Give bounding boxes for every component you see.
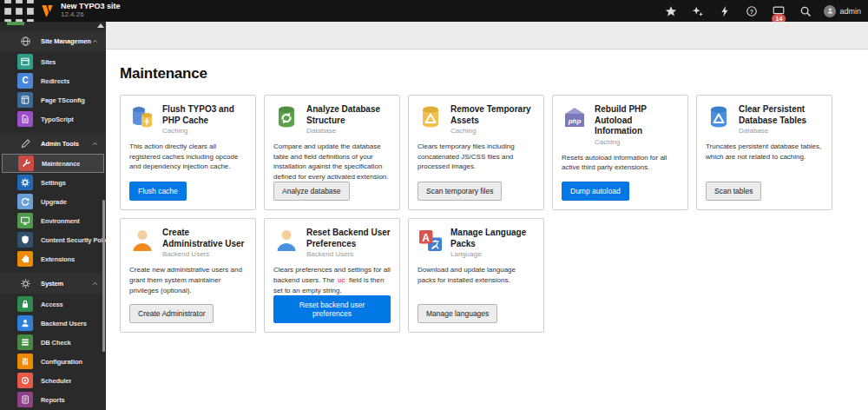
card-description: Resets autoload information for all acti… [562,153,679,173]
sidebar-item-scheduler[interactable]: Scheduler [0,371,106,390]
dump-autoload-button[interactable]: Dump autoload [562,182,629,201]
user-icon [17,315,33,331]
topbar: New TYPO3 site 12.4.26 ? 14 [0,0,868,22]
translation-icon: A [418,228,444,254]
help-icon[interactable]: ? [742,0,761,22]
card-manage-language-packs: A Manage Language Packs Language Downloa… [408,218,544,333]
section-label: Site Management [41,37,91,45]
sidebar-item-configuration[interactable]: Configuration [0,352,106,371]
card-title: Rebuild PHP Autoload Information [595,104,679,137]
maintenance-cards: Flush TYPO3 and PHP Cache Caching This a… [120,95,849,333]
search-icon[interactable] [796,0,815,22]
card-flush-cache: Flush TYPO3 and PHP Cache Caching This a… [120,95,256,210]
module-menu-toggle-icon[interactable] [0,0,38,22]
reset-backend-user-preferences-button[interactable]: Reset backend user preferences [273,295,391,323]
sidebar-item-db-check[interactable]: DB Check [0,333,106,352]
gear-icon [17,175,33,190]
card-category: Caching [162,127,247,135]
database-refresh-icon [273,104,299,130]
redirects-icon: C [17,73,33,89]
create-administrator-button[interactable]: Create Administrator [129,304,214,323]
item-label: Scheduler [41,377,71,385]
sidebar-item-extensions[interactable]: Extensions [0,249,106,268]
target-icon [17,373,33,388]
item-label: Environment [41,217,80,225]
item-label: Redirects [41,77,69,85]
wrench-icon [18,155,34,171]
card-rebuild-php-autoload: php Rebuild PHP Autoload Information Cac… [552,95,688,210]
backend-user-icon [273,228,299,254]
typoscript-icon [17,111,33,127]
sidebar-item-access[interactable]: Access [0,294,106,314]
sidebar-item-environment[interactable]: Environment [0,211,106,230]
card-clear-persistent-tables: Clear Persistent Database Tables Databas… [696,95,832,210]
module-menu: Site Management Sites C Redirects Page [0,22,106,410]
bookmark-icon[interactable] [661,0,681,22]
card-category: Database [739,127,823,135]
card-title: Clear Persistent Database Tables [739,104,823,126]
sidebar-item-upgrade[interactable]: Upgrade [0,192,106,211]
card-category: Database [306,127,391,135]
sidebar-item-typoscript[interactable]: TypoScript [0,109,106,129]
section-system[interactable]: System [0,273,106,294]
svg-text:A: A [422,232,430,244]
card-description: Truncates persistent database tables, wh… [706,142,823,162]
section-site-management[interactable]: Site Management [0,30,106,51]
flush-cache-button[interactable]: Flush cache [129,182,187,201]
clear-cache-icon[interactable] [715,0,734,22]
item-label: DB Check [41,339,71,347]
sidebar-item-reports[interactable]: Reports [0,390,106,409]
refresh-icon [17,194,33,209]
item-label: Configuration [41,358,82,366]
sidebar-item-maintenance[interactable]: Maintenance [2,154,104,173]
sites-icon [17,54,33,69]
svg-text:php: php [568,117,582,125]
card-category: Backend Users [306,250,391,258]
gear-icon [17,275,33,291]
recycle-bin-blue-icon [706,104,732,130]
typo3-version: 12.4.26 [61,11,121,19]
admin-user-icon [129,228,155,254]
recycle-bin-amber-icon [418,104,444,130]
sidebar-item-content-security-policy[interactable]: Content Security Policy [0,230,106,249]
item-label: Maintenance [42,160,80,168]
card-category: Language [450,250,535,258]
analyze-database-button[interactable]: Analyze database [273,182,350,201]
scrolled-module-icon-sliver [7,22,24,25]
sidebar-item-redirects[interactable]: C Redirects [0,71,106,90]
sliders-icon [17,354,33,369]
user-menu[interactable]: admin [824,5,861,17]
item-label: Extensions [41,255,75,263]
sidebar-item-page-tsconfig[interactable]: Page TSconfig [0,90,106,109]
report-icon [17,392,33,407]
item-label: Content Security Policy [41,236,106,244]
module-content: Maintenance Flush TYPO3 and PHP Cache Ca… [106,22,868,410]
site-identity[interactable]: New TYPO3 site 12.4.26 [61,3,121,19]
scan-tables-button[interactable]: Scan tables [706,182,761,201]
chevron-up-icon [91,275,99,291]
card-description: Create new administrative users and gran… [129,265,247,295]
item-label: TypoScript [41,116,74,123]
card-remove-temporary-assets: Remove Temporary Assets Caching Clears t… [408,95,544,210]
card-description: Clears temporary files including concate… [418,142,535,172]
sidebar-item-sites[interactable]: Sites [0,52,106,71]
sidebar-item-backend-users[interactable]: Backend Users [0,314,106,333]
shortcut-icon[interactable] [688,0,707,22]
section-admin-tools[interactable]: Admin Tools [0,133,106,154]
doc-header [106,22,868,50]
item-label: Sites [41,58,56,66]
card-analyze-database: Analyze Database Structure Database Comp… [264,95,400,210]
shield-icon [17,232,33,248]
scrollbar-thumb[interactable] [102,200,105,352]
system-information-icon[interactable]: 14 [769,0,788,22]
scrollbar-up-arrow[interactable] [97,23,104,28]
page-tsconfig-icon [17,92,33,108]
item-label: Settings [41,179,66,187]
sidebar-item-settings[interactable]: Settings [0,173,106,192]
item-label: Page TSconfig [41,96,85,104]
typo3-logo [40,3,55,18]
manage-languages-button[interactable]: Manage languages [418,304,497,323]
monitor-icon [17,213,33,228]
puzzle-icon [17,251,33,267]
scan-temporary-files-button[interactable]: Scan temporary files [418,182,502,201]
